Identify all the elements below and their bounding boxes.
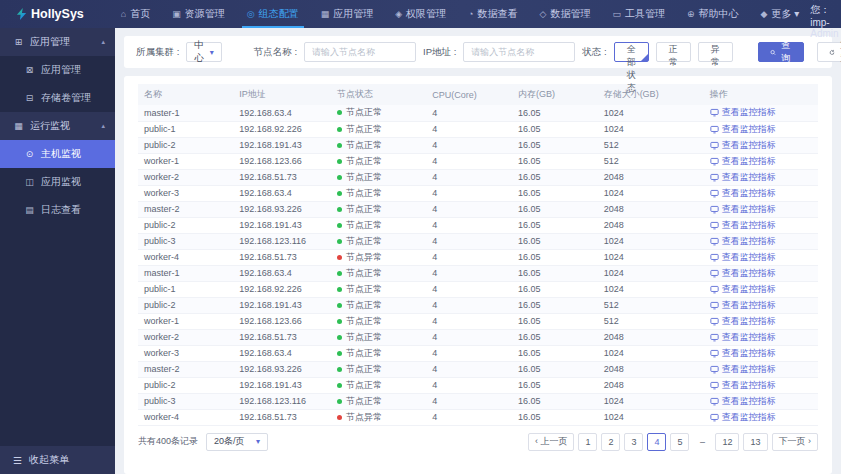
welcome-text: 欢迎您：imp-Admin — [810, 0, 839, 39]
view-metrics-link[interactable]: 查看监控指标 — [710, 187, 776, 200]
ip-input[interactable] — [463, 42, 575, 62]
view-metrics-link[interactable]: 查看监控指标 — [710, 347, 776, 360]
cell-ip: 192.168.93.226 — [233, 201, 331, 217]
status-dot — [337, 303, 342, 308]
collapse-menu-icon: ☰ — [13, 455, 22, 466]
status-dot — [337, 351, 342, 356]
view-metrics-link[interactable]: 查看监控指标 — [710, 267, 776, 280]
nav-item[interactable]: ◈ 权限管理 — [384, 0, 457, 28]
view-metrics-link[interactable]: 查看监控指标 — [710, 315, 776, 328]
cell-cpu: 4 — [426, 217, 512, 233]
cell-status: 节点正常 — [331, 233, 426, 249]
table-row: public-1 192.168.92.226 节点正常 4 16.05 102… — [138, 121, 818, 137]
monitor-icon — [710, 141, 719, 150]
host-monitor-icon: ⊙ — [24, 149, 35, 159]
view-metrics-link[interactable]: 查看监控指标 — [710, 331, 776, 344]
status-all-button[interactable]: 全部状态 — [614, 42, 649, 62]
collapse-menu-label: 收起菜单 — [29, 453, 69, 467]
view-metrics-link[interactable]: 查看监控指标 — [710, 155, 776, 168]
nav-item[interactable]: ◎ 组态配置 — [236, 0, 310, 28]
cell-cpu: 4 — [426, 105, 512, 121]
nav-item[interactable]: ⊕ 帮助中心 — [676, 0, 750, 28]
status-normal-button[interactable]: 正常 — [656, 42, 691, 62]
cell-name: public-3 — [138, 233, 233, 249]
page-button[interactable]: ‹ 上一页 — [528, 433, 575, 451]
view-metrics-link[interactable]: 查看监控指标 — [710, 203, 776, 216]
cell-action: 查看监控指标 — [704, 217, 818, 233]
nav-item[interactable]: ▦ 应用管理 — [310, 0, 385, 28]
view-metrics-label: 查看监控指标 — [722, 347, 776, 360]
nav-item[interactable]: ◔ 数据查看 — [457, 0, 528, 28]
page-size-select[interactable]: 20条/页 ▾ — [206, 433, 268, 451]
cell-action: 查看监控指标 — [704, 281, 818, 297]
query-button[interactable]: 查询 — [758, 42, 804, 62]
status-text: 节点正常 — [346, 204, 382, 214]
sidebar-item[interactable]: ⊙ 主机监视 — [0, 140, 115, 168]
page-button[interactable]: 2 — [601, 433, 620, 451]
status-abnormal-button[interactable]: 异常 — [698, 42, 733, 62]
cell-status: 节点异常 — [331, 409, 426, 425]
page-button[interactable]: 1 — [578, 433, 597, 451]
view-metrics-link[interactable]: 查看监控指标 — [710, 251, 776, 264]
sidebar-item[interactable]: ⊞ 应用管理 ▴ — [0, 28, 115, 56]
cell-name: public-2 — [138, 137, 233, 153]
monitor-icon — [710, 365, 719, 374]
app-logo[interactable]: HollySys — [0, 0, 96, 28]
node-name-input[interactable] — [304, 42, 416, 62]
monitor-icon — [710, 173, 719, 182]
cell-ip: 192.168.191.43 — [233, 297, 331, 313]
cell-status: 节点正常 — [331, 201, 426, 217]
view-metrics-link[interactable]: 查看监控指标 — [710, 171, 776, 184]
collapse-menu-button[interactable]: ☰ 收起菜单 — [0, 446, 115, 474]
table-row: worker-2 192.168.51.73 节点正常 4 16.05 2048 — [138, 329, 818, 345]
cell-ip: 192.168.92.226 — [233, 121, 331, 137]
nav-item[interactable]: ◇ 数据管理 — [529, 0, 602, 28]
page-button[interactable]: 3 — [624, 433, 643, 451]
cell-action: 查看监控指标 — [704, 137, 818, 153]
view-metrics-link[interactable]: 查看监控指标 — [710, 363, 776, 376]
cell-status: 节点正常 — [331, 105, 426, 121]
page-button[interactable]: 12 — [715, 433, 739, 451]
data-view-icon: ◔ — [468, 9, 473, 19]
cell-status: 节点正常 — [331, 217, 426, 233]
view-metrics-link[interactable]: 查看监控指标 — [710, 219, 776, 232]
sidebar-item[interactable]: ▤ 日志查看 — [0, 196, 115, 224]
sidebar-item-label: 应用管理 — [30, 35, 70, 49]
view-metrics-label: 查看监控指标 — [722, 315, 776, 328]
nav-item[interactable]: ⌂ 首页 — [110, 0, 161, 28]
view-metrics-link[interactable]: 查看监控指标 — [710, 395, 776, 408]
sidebar-item-label: 应用监视 — [41, 175, 81, 189]
view-metrics-label: 查看监控指标 — [722, 411, 776, 424]
table-row: worker-1 192.168.123.66 节点正常 4 16.05 512 — [138, 153, 818, 169]
page-button[interactable]: 5 — [670, 433, 689, 451]
view-metrics-link[interactable]: 查看监控指标 — [710, 139, 776, 152]
cell-action: 查看监控指标 — [704, 185, 818, 201]
view-metrics-link[interactable]: 查看监控指标 — [710, 106, 776, 119]
nav-item[interactable]: ▭ 工具管理 — [601, 0, 676, 28]
page-button[interactable]: 13 — [743, 433, 767, 451]
view-metrics-link[interactable]: 查看监控指标 — [710, 283, 776, 296]
page-button[interactable]: 下一页 › — [772, 433, 819, 451]
cell-ip: 192.168.92.226 — [233, 281, 331, 297]
page-button[interactable]: 4 — [647, 433, 666, 451]
nav-item[interactable]: ◆ 更多 ▾ — [749, 0, 810, 28]
page-button[interactable]: – — [693, 433, 711, 451]
monitor-icon — [710, 221, 719, 230]
cluster-select-value: 中心 — [194, 39, 204, 65]
sidebar-item[interactable]: ⊠ 应用管理 — [0, 56, 115, 84]
view-metrics-link[interactable]: 查看监控指标 — [710, 123, 776, 136]
cell-memory: 16.05 — [512, 377, 598, 393]
view-metrics-link[interactable]: 查看监控指标 — [710, 299, 776, 312]
sidebar-item[interactable]: ⊟ 存储卷管理 — [0, 84, 115, 112]
refresh-icon — [829, 48, 835, 57]
pagination: ‹ 上一页 1 2 3 4 5 – 12 13 下一页 › — [528, 433, 818, 451]
sidebar-item[interactable]: ▦ 运行监视 ▴ — [0, 112, 115, 140]
view-metrics-link[interactable]: 查看监控指标 — [710, 379, 776, 392]
cluster-select[interactable]: 中心 ▾ — [186, 42, 222, 62]
sidebar-item[interactable]: ◫ 应用监视 — [0, 168, 115, 196]
reset-button[interactable]: 重置 — [817, 42, 841, 62]
cell-cpu: 4 — [426, 169, 512, 185]
view-metrics-link[interactable]: 查看监控指标 — [710, 235, 776, 248]
view-metrics-link[interactable]: 查看监控指标 — [710, 411, 776, 424]
nav-item[interactable]: ▣ 资源管理 — [161, 0, 236, 28]
